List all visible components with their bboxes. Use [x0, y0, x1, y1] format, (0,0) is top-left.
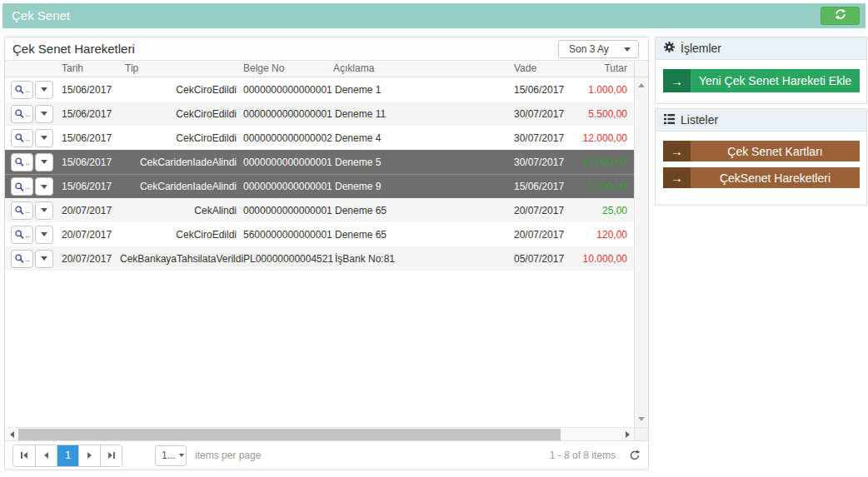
- chevron-down-icon: [41, 87, 47, 92]
- row-menu-button[interactable]: [35, 105, 53, 123]
- scroll-right-arrow-icon[interactable]: [621, 428, 634, 441]
- grid-body: .. 15/06/2017 CekCiroEdildi 000000000000…: [5, 77, 648, 427]
- row-detail-button[interactable]: ..: [11, 201, 33, 220]
- chevron-down-icon: [41, 232, 47, 236]
- app-header-bar: Çek Senet: [2, 3, 866, 28]
- scroll-down-arrow-icon[interactable]: [638, 417, 645, 421]
- cek-senet-hareketleri-label: ÇekSenet Hareketleri: [691, 167, 860, 188]
- cell-tip: CekCiroEdildi: [120, 108, 238, 120]
- cell-aciklama: İşBank No:81: [328, 253, 509, 265]
- ellipsis: ..: [25, 159, 30, 166]
- row-detail-button[interactable]: ..: [11, 81, 33, 99]
- row-detail-button[interactable]: ..: [11, 105, 33, 123]
- cell-tip: CekCiroEdildi: [120, 132, 238, 144]
- cell-tutar: 25,00: [566, 205, 634, 216]
- cell-belge-no: 5600000000000001: [238, 229, 328, 241]
- cell-aciklama: Deneme 1: [328, 84, 509, 96]
- page-number-button[interactable]: 1: [57, 445, 78, 466]
- grid-panel-header: Çek Senet Hareketleri Son 3 Ay: [5, 37, 648, 61]
- horizontal-scrollbar[interactable]: [5, 427, 648, 440]
- pager-refresh-button[interactable]: [629, 450, 641, 461]
- chevron-down-icon: [41, 256, 47, 261]
- chevron-down-icon: [41, 208, 47, 212]
- cell-aciklama: Deneme 11: [328, 108, 509, 120]
- chevron-down-icon: [41, 160, 47, 164]
- first-page-button[interactable]: [13, 445, 35, 466]
- cell-belge-no: 0000000000000001: [238, 205, 328, 216]
- table-row[interactable]: .. 20/07/2017 CekCiroEdildi 560000000000…: [5, 222, 634, 246]
- cell-tarih: 15/06/2017: [57, 108, 120, 120]
- cell-tutar: 12.000,00: [566, 157, 634, 168]
- cell-aciklama: Deneme 65: [328, 205, 509, 216]
- row-menu-button[interactable]: [35, 129, 53, 147]
- islemler-body: → Yeni Çek Senet Hareketi Ekle: [656, 60, 866, 103]
- cell-tarih: 15/06/2017: [57, 181, 120, 192]
- row-menu-button[interactable]: [35, 201, 53, 220]
- refresh-icon: [629, 450, 641, 461]
- row-detail-button[interactable]: ..: [11, 250, 33, 268]
- table-row[interactable]: .. 15/06/2017 CekCiroEdildi 000000000000…: [5, 126, 634, 150]
- row-menu-button[interactable]: [35, 226, 53, 244]
- row-actions: ..: [5, 129, 57, 147]
- cell-tutar: 120,00: [566, 229, 634, 241]
- column-header-tip[interactable]: Tip: [120, 61, 238, 77]
- date-range-value: Son 3 Ay: [569, 43, 609, 55]
- cell-tip: CekCiroEdildi: [120, 84, 238, 96]
- grid-panel: Çek Senet Hareketleri Son 3 Ay Tarih Tip…: [4, 37, 649, 470]
- table-row[interactable]: .. 15/06/2017 CekCaridenIadeAlindi 00000…: [5, 150, 634, 174]
- scroll-up-arrow-icon[interactable]: [638, 83, 645, 87]
- table-row[interactable]: .. 15/06/2017 CekCiroEdildi 000000000000…: [5, 102, 634, 126]
- items-per-page-label: items per page: [195, 450, 261, 461]
- horizontal-scroll-thumb[interactable]: [18, 429, 561, 440]
- cek-senet-kartlari-button[interactable]: → Çek Senet Kartları: [663, 141, 860, 161]
- cell-tutar: 1.000,00: [566, 84, 634, 96]
- magnifier-icon: [14, 157, 24, 167]
- column-header-belge-no[interactable]: Belge No: [238, 61, 328, 77]
- row-actions: ..: [5, 153, 57, 171]
- table-row[interactable]: .. 20/07/2017 CekAlindi 0000000000000001…: [5, 198, 634, 222]
- page-size-select[interactable]: 1...: [155, 445, 187, 466]
- refresh-button[interactable]: [821, 7, 860, 25]
- row-menu-button[interactable]: [35, 250, 53, 268]
- gear-icon: [664, 42, 675, 55]
- column-header-tutar[interactable]: Tutar: [566, 61, 634, 77]
- row-menu-button[interactable]: [35, 81, 53, 99]
- row-detail-button[interactable]: ..: [11, 177, 33, 196]
- previous-page-button[interactable]: [35, 445, 57, 466]
- column-header-aciklama[interactable]: Açıklama: [328, 61, 509, 77]
- cell-belge-no: 0000000000000002: [238, 132, 328, 144]
- row-detail-button[interactable]: ..: [11, 129, 33, 147]
- row-menu-button[interactable]: [35, 153, 53, 171]
- cell-belge-no: 0000000000000001: [238, 157, 328, 168]
- next-page-button[interactable]: [78, 445, 100, 466]
- row-detail-button[interactable]: ..: [11, 153, 33, 171]
- magnifier-icon: [14, 108, 24, 119]
- last-page-button[interactable]: [100, 445, 122, 466]
- grid-rows: .. 15/06/2017 CekCiroEdildi 000000000000…: [5, 77, 634, 271]
- row-menu-button[interactable]: [35, 177, 53, 196]
- islemler-header: İşlemler: [656, 37, 866, 60]
- cell-aciklama: Deneme 5: [328, 157, 509, 168]
- cell-tarih: 20/07/2017: [57, 205, 120, 216]
- cell-vade: 20/07/2017: [509, 205, 566, 216]
- cell-tarih: 20/07/2017: [57, 229, 120, 241]
- magnifier-icon: [14, 253, 24, 264]
- column-header-tarih[interactable]: Tarih: [57, 61, 120, 77]
- cell-tip: CekAlindi: [120, 205, 238, 216]
- table-row[interactable]: .. 20/07/2017 CekBankayaTahsilataVerildi…: [5, 246, 634, 271]
- row-detail-button[interactable]: ..: [11, 226, 33, 244]
- column-header-vade[interactable]: Vade: [509, 61, 566, 77]
- table-row[interactable]: .. 15/06/2017 CekCiroEdildi 000000000000…: [5, 77, 634, 102]
- scroll-left-arrow-icon[interactable]: [5, 428, 18, 441]
- chevron-down-icon: [41, 112, 47, 116]
- arrow-right-icon: →: [663, 141, 691, 161]
- table-row[interactable]: .. 15/06/2017 CekCaridenIadeAlindi 00000…: [5, 174, 634, 198]
- magnifier-icon: [14, 229, 24, 240]
- row-actions: ..: [5, 105, 57, 123]
- ellipsis: ..: [25, 183, 30, 190]
- date-range-select[interactable]: Son 3 Ay: [558, 40, 639, 58]
- vertical-scrollbar[interactable]: [634, 77, 648, 427]
- sidebar: İşlemler → Yeni Çek Senet Hareketi Ekle: [655, 37, 867, 470]
- cek-senet-hareketleri-button[interactable]: → ÇekSenet Hareketleri: [663, 167, 860, 188]
- add-cek-senet-hareketi-button[interactable]: → Yeni Çek Senet Hareketi Ekle: [663, 69, 860, 92]
